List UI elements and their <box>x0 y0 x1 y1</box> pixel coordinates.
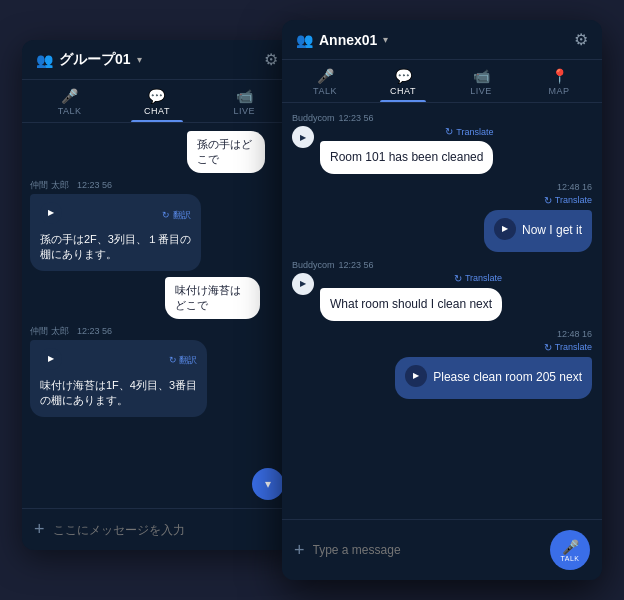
bubble-inner-s1: ↻ Translate ▶ Now I get it <box>484 195 592 252</box>
msg-meta-s1: 12:48 16 <box>484 182 592 192</box>
tab-chat-label-right: CHAT <box>390 86 416 96</box>
gear-icon-left[interactable]: ⚙ <box>264 50 278 69</box>
bubble-1: ▶ ↻ 翻訳 孫の手は2F、3列目、１番目の棚にあります。 <box>30 194 201 271</box>
tab-chat-left[interactable]: 💬 CHAT <box>113 80 200 122</box>
left-header-left: 👥 グループ01 ▾ <box>36 51 142 69</box>
mic-button-right[interactable]: 🎤 TALK <box>550 530 590 570</box>
timestamp-s1: 12:48 16 <box>557 182 592 192</box>
group-icon-right: 👥 <box>296 32 313 48</box>
bubble-inner-r1: ↻ Translate Room 101 has been cleaned <box>320 126 493 174</box>
translate-btn-2[interactable]: ↻ 翻訳 <box>169 354 198 367</box>
sender-name-2: 仲間 太郎 <box>30 326 69 336</box>
tab-live-label-right: LIVE <box>470 86 492 96</box>
timestamp-2: 12:23 56 <box>77 326 112 336</box>
translate-label-r1: Translate <box>456 127 493 137</box>
tab-talk-right[interactable]: 🎤 TALK <box>286 60 364 102</box>
msg-row-s2: ↻ Translate ▶ Please clean room 205 next <box>395 342 592 399</box>
list-item: 味付け海苔はどこで <box>165 277 284 319</box>
translate-btn-r2[interactable]: ↻ Translate <box>320 273 502 284</box>
sender-label-1: Buddycom <box>292 113 335 123</box>
translate-btn-1[interactable]: ↻ 翻訳 <box>162 209 191 222</box>
bubble-r2: What room should I clean next <box>320 288 502 321</box>
scroll-fab-left[interactable]: ▾ <box>252 468 284 500</box>
translate-icon-r2: ↻ <box>454 273 462 284</box>
play-button-s2[interactable]: ▶ <box>405 365 427 387</box>
add-button-right[interactable]: + <box>294 540 305 561</box>
left-message-input[interactable] <box>53 523 280 537</box>
tab-chat-right[interactable]: 💬 CHAT <box>364 60 442 102</box>
translate-btn-s2[interactable]: ↻ Translate <box>395 342 592 353</box>
bubble-inner-s2: ↻ Translate ▶ Please clean room 205 next <box>395 342 592 399</box>
translate-icon-r1: ↻ <box>445 126 453 137</box>
list-item: 孫の手はどこで <box>187 131 284 173</box>
chevron-down-icon-left[interactable]: ▾ <box>137 54 142 65</box>
preview-bubble-1: 孫の手はどこで <box>187 131 265 173</box>
right-header: 👥 Annex01 ▾ ⚙ <box>282 20 602 60</box>
chat-icon-left: 💬 <box>148 88 165 104</box>
msg-meta-1: Buddycom 12:23 56 <box>292 113 493 123</box>
bubble-s2: ▶ Please clean room 205 next <box>395 357 592 399</box>
bubble-text-s1: Now I get it <box>522 222 582 239</box>
translate-label-s1: Translate <box>555 195 592 205</box>
chevron-down-icon-right[interactable]: ▾ <box>383 34 388 45</box>
msg-row-1: ▶ ↻ 翻訳 孫の手は2F、3列目、１番目の棚にあります。 <box>30 194 284 271</box>
tab-map-label-right: MAP <box>548 86 569 96</box>
tab-talk-label-left: TALK <box>58 106 82 116</box>
timestamp-s2: 12:48 16 <box>557 329 592 339</box>
list-item: 12:48 16 ↻ Translate ▶ Please clean room… <box>395 329 592 399</box>
gear-icon-right[interactable]: ⚙ <box>574 30 588 49</box>
list-item: 12:48 16 ↻ Translate ▶ Now I get it <box>484 182 592 252</box>
translate-btn-s1[interactable]: ↻ Translate <box>484 195 592 206</box>
preview-text-2: 味付け海苔はどこで <box>175 284 241 311</box>
map-icon-right: 📍 <box>551 68 568 84</box>
talk-icon-right: 🎤 <box>317 68 334 84</box>
translate-label-r2: Translate <box>465 273 502 283</box>
play-button-2[interactable]: ▶ <box>40 348 62 370</box>
translate-icon-s1: ↻ <box>544 195 552 206</box>
sender-label-2: Buddycom <box>292 260 335 270</box>
translate-btn-r1[interactable]: ↻ Translate <box>320 126 493 137</box>
preview-bubble-2: 味付け海苔はどこで <box>165 277 260 319</box>
preview-text-1: 孫の手はどこで <box>197 138 252 165</box>
left-panel: 👥 グループ01 ▾ ⚙ 🎤 TALK 💬 CHAT 📹 LIVE <box>22 40 292 550</box>
chat-icon-right: 💬 <box>395 68 412 84</box>
bubble-controls-2: ▶ ↻ 翻訳 <box>40 348 197 374</box>
add-button-left[interactable]: + <box>34 519 45 540</box>
bubble-text-r2: What room should I clean next <box>330 297 492 311</box>
list-item: 仲間 太郎 12:23 56 ▶ ↻ 翻訳 孫の手は2F、3列目、１番目の棚にあ… <box>30 179 284 271</box>
group-icon-left: 👥 <box>36 52 53 68</box>
tab-map-right[interactable]: 📍 MAP <box>520 60 598 102</box>
tab-talk-left[interactable]: 🎤 TALK <box>26 80 113 122</box>
play-button-r1[interactable]: ▶ <box>292 126 314 148</box>
right-header-left: 👥 Annex01 ▾ <box>296 32 388 48</box>
bubble-text-s2: Please clean room 205 next <box>433 369 582 386</box>
mic-icon-right: 🎤 <box>562 539 579 555</box>
translate-label-s2: Translate <box>555 342 592 352</box>
play-button-1[interactable]: ▶ <box>40 202 62 224</box>
bubble-inner-r2: ↻ Translate What room should I clean nex… <box>320 273 502 321</box>
bubble-2: ▶ ↻ 翻訳 味付け海苔は1F、4列目、3番目の棚にあります。 <box>30 340 207 417</box>
right-panel: 👥 Annex01 ▾ ⚙ 🎤 TALK 💬 CHAT 📹 LIVE 📍 <box>282 20 602 580</box>
left-header: 👥 グループ01 ▾ ⚙ <box>22 40 292 80</box>
msg-row-r1: ▶ ↻ Translate Room 101 has been cleaned <box>292 126 493 174</box>
right-chat-area: Buddycom 12:23 56 ▶ ↻ Translate Room 101… <box>282 103 602 519</box>
tab-live-right[interactable]: 📹 LIVE <box>442 60 520 102</box>
right-message-input[interactable] <box>313 543 542 557</box>
right-chat-footer: + 🎤 TALK <box>282 519 602 580</box>
timestamp-r1: 12:23 56 <box>339 113 374 123</box>
msg-row-2: ▶ ↻ 翻訳 味付け海苔は1F、4列目、3番目の棚にあります。 <box>30 340 284 417</box>
play-button-r2[interactable]: ▶ <box>292 273 314 295</box>
live-icon-left: 📹 <box>236 88 253 104</box>
play-button-s1[interactable]: ▶ <box>494 218 516 240</box>
bubble-s2-row: ▶ Please clean room 205 next <box>405 365 582 391</box>
right-panel-title: Annex01 <box>319 32 377 48</box>
msg-row-s1: ↻ Translate ▶ Now I get it <box>484 195 592 252</box>
bubble-s1-row: ▶ Now I get it <box>494 218 582 244</box>
translate-icon-s2: ↻ <box>544 342 552 353</box>
msg-meta-s2: 12:48 16 <box>395 329 592 339</box>
left-chat-area: 孫の手はどこで 仲間 太郎 12:23 56 ▶ ↻ 翻訳 <box>22 123 292 508</box>
msg-meta-2: Buddycom 12:23 56 <box>292 260 502 270</box>
bubble-text-r1: Room 101 has been cleaned <box>330 150 483 164</box>
timestamp-1: 12:23 56 <box>77 180 112 190</box>
tab-live-left[interactable]: 📹 LIVE <box>201 80 288 122</box>
